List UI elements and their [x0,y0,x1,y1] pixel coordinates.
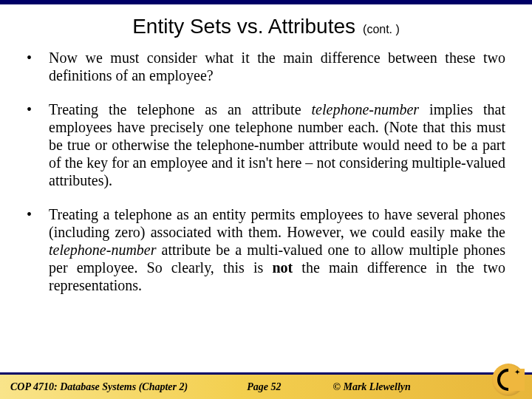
italic-term: telephone-number [49,242,157,258]
footer-copyright: © Mark Llewellyn [332,381,410,393]
italic-term: telephone-number [312,101,420,117]
bullet-marker: • [27,49,49,66]
bullet-text: Now we must consider what it the main di… [49,49,505,84]
title-main: Entity Sets vs. Attributes [132,15,355,38]
slide-title: Entity Sets vs. Attributes (cont. ) [0,4,532,44]
slide-content: • Now we must consider what it the main … [0,44,532,294]
bullet-item: • Treating a telephone as an entity perm… [27,205,505,294]
bullet-marker: • [27,205,49,223]
bold-term: not [272,259,293,276]
ucf-logo-icon: ✦ [492,364,525,396]
bullet-text: Treating a telephone as an entity permit… [49,205,505,294]
bullet-item: • Now we must consider what it the main … [27,49,505,84]
title-continuation: (cont. ) [363,23,400,35]
bullet-item: • Treating the telephone as an attribute… [27,100,505,189]
bullet-marker: • [27,100,49,118]
slide-footer: COP 4710: Database Systems (Chapter 2) P… [0,372,532,399]
footer-page: Page 52 [247,381,281,393]
footer-course: COP 4710: Database Systems (Chapter 2) [10,381,188,393]
bullet-text: Treating the telephone as an attribute t… [49,100,505,189]
